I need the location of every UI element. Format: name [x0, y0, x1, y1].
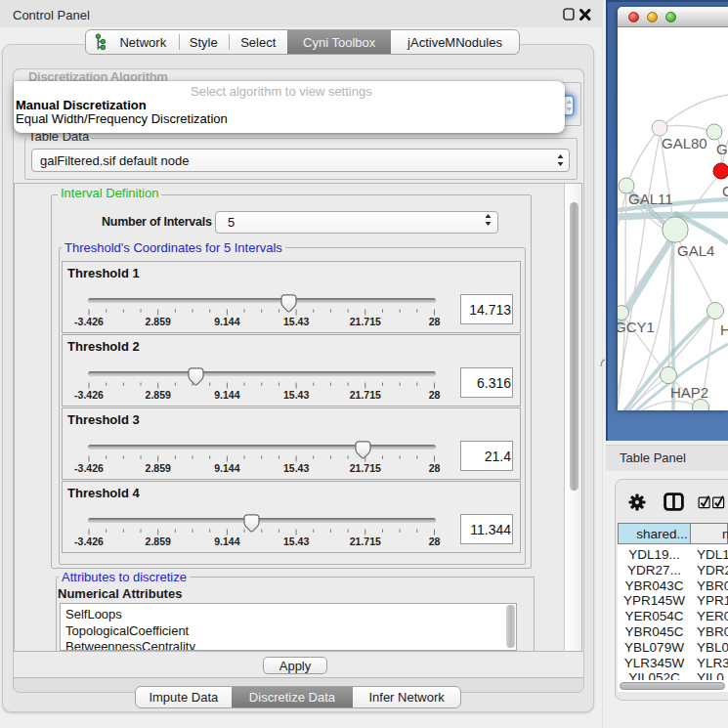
svg-text:GAL4: GAL4	[677, 242, 714, 259]
svg-text:HAP2: HAP2	[670, 384, 708, 401]
svg-text:GAL80: GAL80	[662, 135, 707, 151]
svg-text:H: H	[720, 321, 728, 338]
svg-text:C: C	[722, 183, 728, 199]
svg-text:GA: GA	[716, 141, 728, 157]
svg-text:GAL11: GAL11	[628, 191, 673, 207]
svg-text:GCY1: GCY1	[618, 319, 655, 335]
